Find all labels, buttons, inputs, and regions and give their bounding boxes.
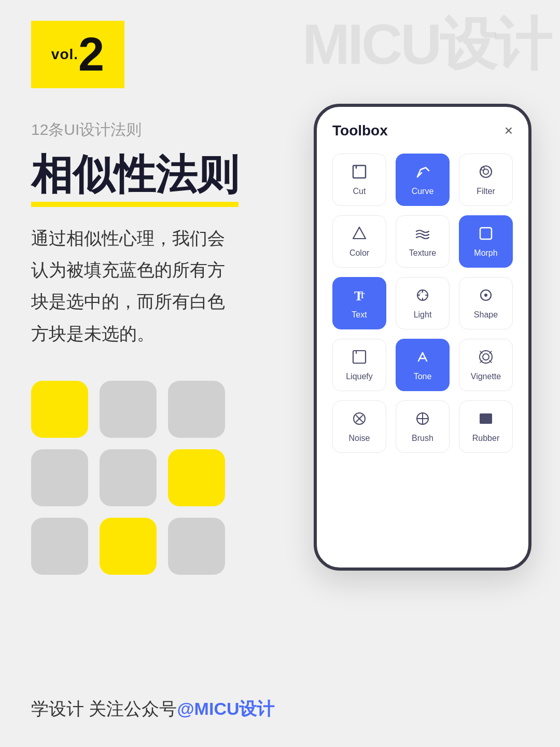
vignette-label: Vignette <box>471 372 501 381</box>
filter-label: Filter <box>477 187 495 196</box>
watermark-text: MICU设计 <box>302 16 550 73</box>
square-1 <box>31 381 88 438</box>
svg-rect-0 <box>353 165 366 178</box>
color-label: Color <box>349 248 369 258</box>
square-5 <box>100 449 157 506</box>
svg-line-19 <box>418 353 423 361</box>
tool-liquefy[interactable]: Liquefy <box>332 339 386 391</box>
liquefy-icon <box>351 349 368 368</box>
tool-vignette[interactable]: Vignette <box>459 339 513 391</box>
noise-label: Noise <box>349 434 370 443</box>
square-2 <box>100 381 157 438</box>
text-icon: T T <box>351 287 368 306</box>
footer-link[interactable]: @MICU设计 <box>177 699 274 718</box>
tool-morph[interactable]: Morph <box>459 215 513 268</box>
tool-tone[interactable]: Tone <box>396 339 450 391</box>
vignette-icon <box>478 349 494 368</box>
svg-point-23 <box>483 354 489 360</box>
square-3 <box>168 381 225 438</box>
tool-light[interactable]: Light <box>396 277 450 329</box>
tool-rubber[interactable]: Rubber <box>459 400 513 453</box>
brush-icon <box>414 410 431 430</box>
square-4 <box>31 449 88 506</box>
liquefy-label: Liquefy <box>346 372 373 381</box>
footer-text: 学设计 关注公众号 <box>31 699 177 718</box>
phone-inner: Toolbox × Cut <box>317 107 528 568</box>
light-icon <box>414 287 431 306</box>
square-6 <box>168 449 225 506</box>
text-label: Text <box>352 310 367 320</box>
light-label: Light <box>414 310 432 320</box>
tool-texture[interactable]: Texture <box>396 215 450 268</box>
toolbox-header: Toolbox × <box>332 122 513 139</box>
tone-label: Tone <box>414 372 432 381</box>
morph-label: Morph <box>474 248 497 258</box>
footer: 学设计 关注公众号@MICU设计 <box>31 697 274 721</box>
subtitle-text: 12条UI设计法则 <box>31 119 239 141</box>
color-icon <box>351 225 368 244</box>
cut-icon <box>351 163 368 183</box>
svg-point-16 <box>484 294 487 297</box>
rubber-icon <box>478 410 494 430</box>
toolbox-title: Toolbox <box>332 122 388 139</box>
tool-filter[interactable]: Filter <box>459 154 513 206</box>
close-button[interactable]: × <box>505 122 513 139</box>
cut-label: Cut <box>353 187 366 196</box>
main-title: 相似性法则 <box>31 151 239 207</box>
curve-label: Curve <box>412 187 434 196</box>
description-text: 通过相似性心理，我们会认为被填充蓝色的所有方块是选中的，而所有白色方块是未选的。 <box>31 223 239 350</box>
square-8 <box>100 518 157 575</box>
texture-label: Texture <box>409 248 436 258</box>
tool-text[interactable]: T T Text <box>332 277 386 329</box>
phone-mockup: Toolbox × Cut <box>314 104 531 571</box>
tool-grid: Cut Curve <box>332 154 513 453</box>
rubber-label: Rubber <box>472 434 499 443</box>
tool-cut[interactable]: Cut <box>332 154 386 206</box>
shape-label: Shape <box>474 310 498 320</box>
vol-number: 2 <box>78 31 104 78</box>
square-7 <box>31 518 88 575</box>
tone-icon <box>414 349 431 368</box>
square-9 <box>168 518 225 575</box>
filter-icon <box>478 163 494 183</box>
noise-icon <box>351 410 368 430</box>
morph-icon <box>478 225 494 244</box>
left-content-area: 12条UI设计法则 相似性法则 通过相似性心理，我们会认为被填充蓝色的所有方块是… <box>31 119 239 575</box>
svg-rect-30 <box>480 413 492 424</box>
tool-shape[interactable]: Shape <box>459 277 513 329</box>
shape-icon <box>478 287 494 306</box>
svg-line-20 <box>423 353 427 361</box>
texture-icon <box>414 225 431 244</box>
svg-marker-6 <box>353 227 366 239</box>
svg-rect-17 <box>353 351 366 363</box>
svg-rect-7 <box>480 228 492 239</box>
vol-label: vol. <box>51 46 78 63</box>
phone-frame: Toolbox × Cut <box>314 104 531 571</box>
squares-grid <box>31 381 239 575</box>
svg-text:T: T <box>360 292 365 300</box>
tool-brush[interactable]: Brush <box>396 400 450 453</box>
tool-color[interactable]: Color <box>332 215 386 268</box>
tool-curve[interactable]: Curve <box>396 154 450 206</box>
curve-icon <box>414 163 431 183</box>
vol-badge: vol. 2 <box>31 21 124 88</box>
brush-label: Brush <box>412 434 433 443</box>
tool-noise[interactable]: Noise <box>332 400 386 453</box>
